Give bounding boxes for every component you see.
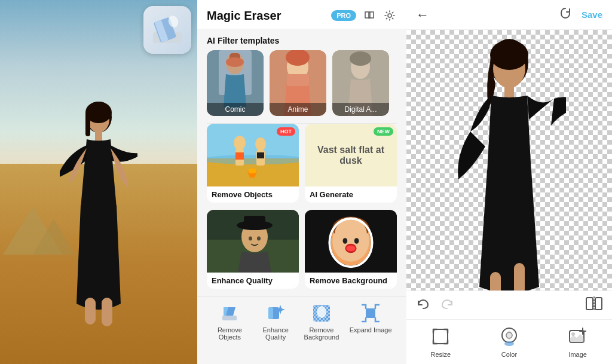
tool-enhance-quality[interactable]: EnhanceQuality [258,302,293,341]
filter-card-comic[interactable]: Comic [207,50,264,116]
svg-point-46 [343,238,348,244]
svg-point-26 [207,155,299,164]
svg-point-58 [317,306,326,318]
svg-point-30 [255,137,266,151]
remove-bg-scene [305,210,397,273]
svg-rect-20 [287,74,309,86]
features-row-2: Enhance Quality [197,210,406,296]
color-tool[interactable]: Color [491,325,527,358]
enhance-quality-card[interactable]: Enhance Quality [207,210,299,289]
ai-generate-title: AI Generate [305,186,397,203]
eraser-tool-svg [220,304,239,323]
remove-objects-title: Remove Objects [207,186,299,203]
svg-point-39 [249,237,252,241]
photo-panel [0,0,197,364]
svg-rect-38 [244,216,265,228]
filter-templates-row: Comic Anime [197,50,406,123]
back-button[interactable]: ← [416,7,429,23]
anime-label: Anime [270,103,326,116]
svg-rect-53 [268,307,273,319]
enhance-quality-image [207,210,299,273]
svg-point-49 [346,246,355,252]
digital-label: Digital A... [332,103,389,116]
app-logo-box [143,6,191,54]
svg-point-23 [350,51,371,66]
expand-tool-svg [361,304,380,323]
color-icon [497,325,521,348]
enhance-tool-svg [266,304,285,323]
save-button[interactable]: Save [582,10,602,20]
remove-bg-tool-svg [312,304,331,323]
remove-objects-tool-label: RemoveObjects [218,326,242,341]
comic-label: Comic [207,103,264,116]
tool-expand-image[interactable]: Expand Image [350,302,392,341]
remove-bg-card[interactable]: Remove Background [305,210,397,289]
svg-rect-66 [490,272,501,290]
undo-icon [416,296,430,311]
undo-redo-group [416,296,454,314]
filter-card-digital[interactable]: Digital A... [332,50,389,116]
svg-rect-32 [257,152,264,158]
image-tool[interactable]: Image [560,325,596,358]
editor-toolbar: Resize Color [406,319,612,364]
svg-rect-51 [222,316,237,320]
reload-button[interactable] [559,7,572,23]
split-view-button[interactable] [586,296,602,314]
expand-image-tool-icon [360,302,381,324]
svg-point-47 [354,238,359,244]
svg-rect-8 [95,131,102,141]
enhance-quality-tool-icon [265,302,286,324]
new-badge: NEW [374,127,393,136]
app-header: Magic Eraser PRO [197,0,406,29]
features-row-1: HOT [197,124,406,210]
app-panel: Magic Eraser PRO AI Filter templates [197,0,406,364]
ai-gen-prompt: Vast salt flat at dusk [305,139,397,172]
svg-rect-68 [586,298,593,310]
enhance-quality-tool-label: EnhanceQuality [262,326,288,341]
svg-rect-59 [366,308,375,318]
svg-point-76 [571,332,575,336]
remove-bg-tool-label: RemoveBackground [304,326,339,341]
remove-objects-image: HOT [207,124,299,186]
settings-icon[interactable] [382,8,397,23]
resize-icon [429,325,452,348]
hot-badge: HOT [277,127,295,136]
split-view-icon [586,296,602,311]
enhance-scene [207,210,299,273]
svg-rect-29 [235,152,244,160]
remove-bg-title: Remove Background [305,273,397,289]
remove-objects-tool-icon [219,302,240,324]
filter-card-anime[interactable]: Anime [270,50,326,116]
editor-bottom-bar [406,290,612,319]
editor-header: ← Save [406,0,612,30]
svg-point-40 [257,237,261,241]
ai-generate-image: NEW Vast salt flat at dusk [305,124,397,186]
redo-button[interactable] [440,296,454,314]
pro-badge[interactable]: PRO [331,10,356,21]
cutout-figure-svg [452,36,566,290]
app-bottom-toolbar: RemoveObjects EnhanceQuality [197,296,406,345]
undo-button[interactable] [416,296,430,314]
svg-point-73 [504,341,514,346]
svg-rect-69 [595,298,602,310]
image-tool-svg [567,326,589,347]
person-svg [60,100,137,328]
svg-rect-7 [85,112,90,136]
resize-label: Resize [431,351,451,358]
filter-section-title: AI Filter templates [197,29,406,50]
ai-generate-card[interactable]: NEW Vast salt flat at dusk AI Generate [305,124,397,203]
svg-rect-9 [85,298,96,325]
book-icon[interactable] [362,8,377,23]
remove-bg-image [305,210,397,273]
tool-remove-objects[interactable]: RemoveObjects [212,302,247,341]
svg-rect-33 [249,169,256,173]
tool-remove-background[interactable]: RemoveBackground [304,302,339,341]
comic-card-image: Comic [207,50,264,116]
editor-panel: ← Save [406,0,612,364]
reload-icon [559,7,572,20]
color-label: Color [501,351,517,358]
resize-tool[interactable]: Resize [423,325,458,358]
svg-rect-63 [504,86,514,98]
remove-objects-card[interactable]: HOT [207,124,299,203]
digital-card-image: Digital A... [332,50,389,116]
